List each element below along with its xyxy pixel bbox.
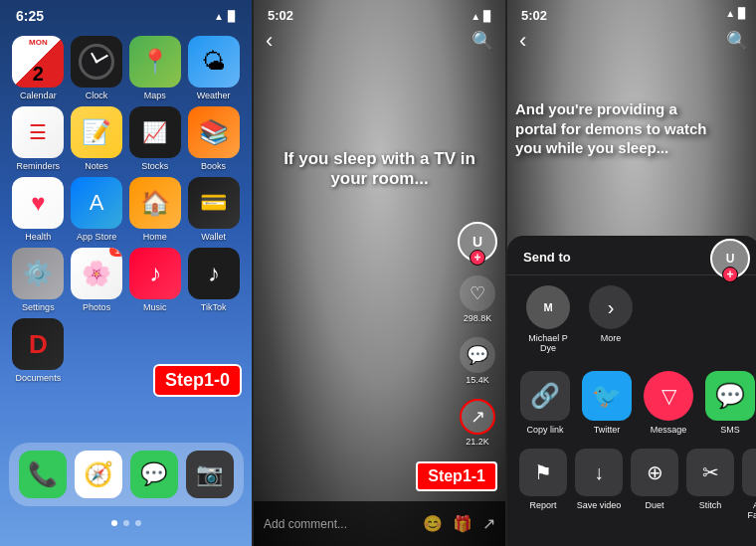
search-icon[interactable]: 🔍 [472, 30, 493, 52]
stitch-icon[interactable]: ✂ [686, 449, 734, 496]
share-action-report[interactable]: ⚑ Report [519, 449, 567, 520]
safari-icon[interactable]: 🧭 [75, 451, 122, 498]
app-documents[interactable]: D Documents [12, 318, 65, 383]
copy-link-icon[interactable]: 🔗 [520, 371, 570, 421]
share-app-sms[interactable]: 💬 SMS [704, 371, 756, 435]
maps-icon[interactable]: 📍 [129, 36, 181, 88]
save-label: Save video [577, 500, 622, 510]
heart-icon[interactable]: ♡ [460, 275, 495, 311]
emoji-icon[interactable]: 😊 [423, 514, 443, 533]
share-app-message[interactable]: ▽ Message [643, 371, 694, 435]
music-icon[interactable]: ♪ [129, 248, 181, 299]
share-action-duet[interactable]: ⊕ Duet [631, 449, 678, 520]
app-notes[interactable]: 📝 Notes [71, 106, 123, 171]
app-appstore[interactable]: A App Store [71, 177, 123, 242]
share-app-copylink[interactable]: 🔗 Copy link [519, 371, 571, 435]
save-icon[interactable]: ↓ [575, 449, 623, 496]
app-clock[interactable]: Clock [71, 36, 123, 100]
app-weather[interactable]: 🌤 Weather [187, 36, 240, 100]
creator-avatar-section[interactable]: U + [458, 222, 497, 262]
share-user-michael[interactable]: M Michael P Dye [523, 285, 573, 353]
documents-icon[interactable]: D [12, 318, 64, 370]
photos-label: Photos [83, 302, 110, 312]
photos-icon[interactable]: 🌸 1 [71, 248, 122, 299]
favorites-icon[interactable]: ★ [742, 449, 756, 496]
dock-messages[interactable]: 💬 [130, 451, 178, 498]
weather-label: Weather [197, 91, 231, 100]
dock-camera[interactable]: 📷 [186, 451, 234, 498]
app-health[interactable]: ♥ Health [12, 177, 65, 242]
phone-icon[interactable]: 📞 [19, 451, 67, 498]
weather-icon[interactable]: 🌤 [188, 36, 240, 88]
p3-nav: ‹ 🔍 [507, 24, 756, 58]
share-user-avatar[interactable]: M [526, 285, 570, 329]
message-icon[interactable]: ▽ [644, 371, 693, 421]
clock-icon[interactable] [71, 36, 122, 88]
gift-icon[interactable]: 🎁 [453, 514, 472, 533]
app-photos[interactable]: 🌸 1 Photos [71, 248, 123, 312]
reminders-icon[interactable]: ☰ [12, 106, 64, 158]
settings-label: Settings [22, 302, 55, 312]
comment-icon[interactable]: 💬 [460, 337, 495, 373]
comment-button[interactable]: 💬 15.4K [460, 337, 495, 385]
share-app-twitter[interactable]: 🐦 Twitter [581, 371, 633, 435]
p3-follow-plus[interactable]: + [722, 267, 738, 282]
sms-icon[interactable]: 💬 [705, 371, 755, 421]
app-music[interactable]: ♪ Music [129, 248, 182, 312]
app-grid: MON 2 Calendar Clock 📍 Maps [0, 28, 252, 391]
back-button[interactable]: ‹ [266, 28, 273, 54]
app-calendar[interactable]: MON 2 Calendar [12, 36, 65, 100]
p3-search-icon[interactable]: 🔍 [726, 30, 748, 52]
comment-count: 15.4K [466, 375, 489, 385]
twitter-icon[interactable]: 🐦 [582, 371, 632, 421]
share-action-save[interactable]: ↓ Save video [575, 449, 623, 520]
messages-icon[interactable]: 💬 [130, 451, 178, 498]
app-tiktok[interactable]: ♪ TikTok [187, 248, 240, 312]
camera-icon[interactable]: 📷 [186, 451, 234, 498]
share-count: 21.2K [466, 437, 489, 447]
p3-creator-avatar-section[interactable]: U + [710, 239, 750, 278]
stocks-icon[interactable]: 📈 [129, 106, 181, 158]
follow-plus-icon[interactable]: + [470, 250, 485, 266]
iphone-home-screen: 6:25 ▲ ▉ MON 2 Calendar [0, 0, 252, 546]
reminders-label: Reminders [17, 161, 61, 171]
page-dot-2 [123, 520, 129, 526]
p3-back-button[interactable]: ‹ [519, 28, 526, 54]
tiktok-feed-panel: 5:02 ▲ ▉ ‹ 🔍 If you sleep with a TV in y… [254, 0, 505, 546]
like-count: 298.8K [464, 313, 492, 323]
tiktok-right-sidebar: U + ♡ 298.8K 💬 15.4K ↗ 21.2K [458, 222, 497, 447]
tiktok-icon[interactable]: ♪ [188, 248, 240, 299]
app-books[interactable]: 📚 Books [187, 106, 240, 171]
calendar-icon[interactable]: MON 2 [12, 36, 64, 88]
appstore-icon[interactable]: A [71, 177, 122, 229]
share-action-stitch[interactable]: ✂ Stitch [686, 449, 734, 520]
report-icon[interactable]: ⚑ [519, 449, 567, 496]
app-settings[interactable]: ⚙️ Settings [12, 248, 65, 312]
more-icon[interactable]: › [589, 285, 633, 329]
creator-avatar[interactable]: U + [458, 222, 497, 262]
share-icon[interactable]: ↗ [460, 399, 495, 435]
books-icon[interactable]: 📚 [188, 106, 240, 158]
comment-input[interactable]: Add comment... [264, 517, 415, 531]
app-maps[interactable]: 📍 Maps [129, 36, 182, 100]
share-action-favorites[interactable]: ★ Add to Favorites [742, 449, 756, 520]
health-icon[interactable]: ♥ [12, 177, 64, 229]
dock-phone[interactable]: 📞 [19, 451, 67, 498]
share-button[interactable]: ↗ 21.2K [460, 399, 495, 447]
wallet-icon[interactable]: 💳 [188, 177, 240, 229]
home-icon[interactable]: 🏠 [129, 177, 181, 229]
share-more-button[interactable]: › More [589, 285, 633, 353]
app-wallet[interactable]: 💳 Wallet [187, 177, 240, 242]
app-reminders[interactable]: ☰ Reminders [12, 106, 65, 171]
duet-icon[interactable]: ⊕ [631, 449, 678, 496]
app-home[interactable]: 🏠 Home [129, 177, 182, 242]
settings-icon[interactable]: ⚙️ [12, 248, 64, 299]
notes-icon[interactable]: 📝 [71, 106, 122, 158]
app-stocks[interactable]: 📈 Stocks [129, 106, 182, 171]
share-comment-icon[interactable]: ↗ [482, 514, 495, 533]
copy-link-label: Copy link [526, 425, 563, 435]
documents-label: Documents [16, 373, 62, 383]
like-button[interactable]: ♡ 298.8K [460, 275, 495, 323]
p3-creator-avatar[interactable]: U + [710, 239, 750, 278]
dock-safari[interactable]: 🧭 [75, 451, 122, 498]
